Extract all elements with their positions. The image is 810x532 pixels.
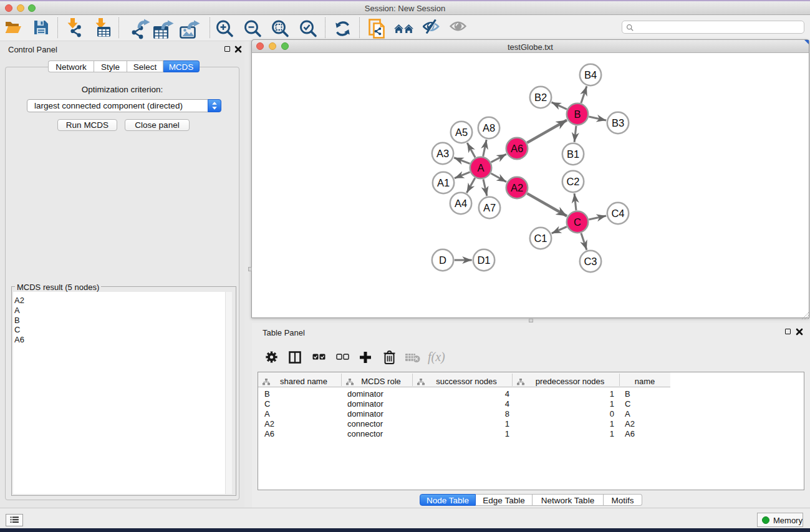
svg-text:B1: B1 [567,148,579,160]
svg-text:A5: A5 [455,127,468,138]
svg-text:D1: D1 [477,254,490,266]
svg-text:A7: A7 [483,202,496,213]
svg-text:C3: C3 [584,256,597,267]
svg-text:B2: B2 [534,92,547,103]
svg-text:B3: B3 [612,117,624,128]
svg-text:C1: C1 [534,233,547,244]
svg-text:A4: A4 [455,198,467,209]
svg-text:A6: A6 [511,143,523,154]
svg-text:A2: A2 [511,182,523,193]
svg-text:B4: B4 [584,69,597,80]
svg-text:D: D [439,254,446,266]
svg-text:C: C [574,216,581,228]
svg-text:C4: C4 [611,208,624,219]
svg-text:C2: C2 [566,176,579,187]
svg-text:A1: A1 [437,177,450,188]
svg-text:B: B [574,109,581,120]
svg-text:A8: A8 [483,122,495,133]
svg-text:A3: A3 [436,148,449,159]
svg-text:A: A [477,162,484,173]
